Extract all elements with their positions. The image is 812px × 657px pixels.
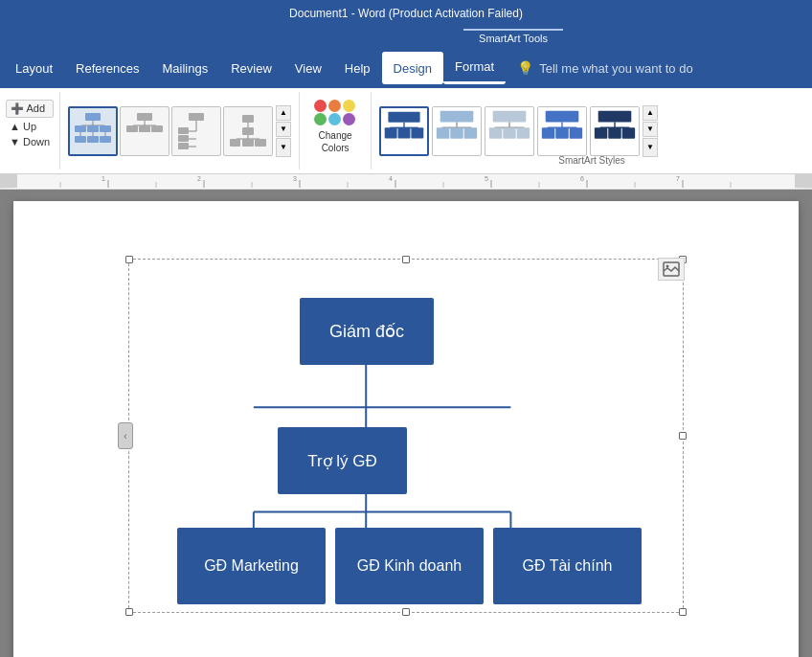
style-thumb-2[interactable] [432,106,482,156]
menu-mailings[interactable]: Mailings [151,52,220,84]
layout-thumb-4[interactable] [223,106,273,156]
ruler: 1 2 3 4 5 6 7 [0,174,812,190]
color-circles [314,100,356,125]
smartart-tools-bar: SmartArt Tools [0,27,812,48]
svg-rect-58 [598,110,632,122]
styles-scroll-down[interactable]: ▼ [643,122,658,137]
svg-rect-31 [230,139,240,147]
svg-rect-15 [126,125,138,132]
box-marketing[interactable]: GĐ Marketing [177,528,326,604]
svg-rect-50 [503,127,515,139]
handle-bottom-right[interactable] [679,608,687,616]
box-giam-doc[interactable]: Giám đốc [300,298,434,365]
panel-toggle-button[interactable]: ‹ [118,422,133,449]
style-thumb-3[interactable] [485,106,534,156]
svg-rect-49 [489,127,502,139]
handle-middle-right[interactable] [679,432,687,440]
svg-rect-39 [411,127,423,138]
handle-bottom-center[interactable] [402,608,410,616]
color-purple [343,113,355,125]
layout-thumb-3[interactable] [171,106,221,156]
svg-text:5: 5 [485,175,488,182]
layout-thumb-2[interactable] [120,106,169,156]
menu-review[interactable]: Review [219,52,283,84]
smartart-styles-section: ▲ ▼ ▼ SmartArt Styles [372,92,812,170]
up-button[interactable]: ▲ Up [6,120,54,133]
box-kinh-doanh[interactable]: GĐ Kinh doanh [335,528,484,604]
scroll-up-arrow[interactable]: ▲ [276,105,291,121]
svg-rect-57 [570,127,582,139]
style-thumb-5[interactable] [590,106,640,156]
svg-rect-56 [555,127,568,139]
lightbulb-icon: 💡 [517,60,533,76]
style-thumb-4[interactable] [537,106,587,156]
style-thumb-1[interactable] [379,106,429,156]
menu-help[interactable]: Help [333,52,382,84]
styles-scroll-up[interactable]: ▲ [643,105,658,121]
svg-rect-21 [178,127,189,134]
svg-text:6: 6 [580,175,584,182]
layout-thumb-1[interactable] [68,106,118,156]
svg-rect-0 [85,113,101,121]
color-orange [328,100,341,112]
svg-rect-61 [595,127,607,139]
menu-layout[interactable]: Layout [4,52,64,84]
menu-references[interactable]: References [64,52,150,84]
svg-text:3: 3 [293,175,297,182]
svg-rect-52 [546,110,579,122]
color-yellow [343,100,355,112]
svg-rect-18 [189,113,204,121]
color-red [314,100,327,112]
svg-rect-43 [437,127,449,139]
svg-rect-44 [450,127,462,139]
svg-rect-46 [493,110,527,122]
handle-bottom-left[interactable] [125,608,133,616]
svg-rect-17 [151,125,163,132]
ribbon-layouts-section: ▲ ▼ ▼ Layouts [60,92,300,170]
svg-rect-4 [87,125,99,132]
svg-rect-37 [385,127,397,138]
svg-rect-11 [100,136,111,143]
svg-rect-32 [242,139,254,147]
box-tro-ly[interactable]: Trợ lý GĐ [278,427,407,494]
svg-rect-28 [242,115,254,123]
title-bar-text: Document1 - Word (Product Activation Fai… [11,7,801,20]
change-colors-section: Change Colors [300,92,372,170]
tell-me-bar[interactable]: 💡 Tell me what you want to do [506,60,808,76]
svg-rect-9 [75,136,86,143]
handle-top-center[interactable] [402,256,410,263]
svg-rect-45 [464,127,477,139]
page: ‹ [13,201,799,657]
svg-rect-23 [178,135,189,142]
svg-rect-40 [440,110,474,122]
box-tai-chinh[interactable]: GĐ Tài chính [493,528,642,604]
ribbon: ➕ Add ▲ Up ▼ Down [0,88,812,174]
styles-scroll-expand[interactable]: ▼ [643,138,658,157]
add-shape-button[interactable]: ➕ Add [6,100,54,118]
layout-image-icon[interactable] [658,258,685,281]
menu-view[interactable]: View [283,52,333,84]
tab-design[interactable]: Design [382,52,443,84]
down-button[interactable]: ▼ Down [6,135,54,148]
svg-point-90 [666,265,669,268]
color-blue [328,113,341,125]
svg-rect-25 [178,143,189,149]
svg-rect-26 [242,127,254,135]
svg-rect-55 [542,127,554,139]
handle-top-left[interactable] [125,256,133,263]
change-colors-label: Change Colors [319,129,352,154]
change-colors-button[interactable]: Change Colors [307,92,363,161]
menu-bar: Layout References Mailings Review View H… [0,48,812,88]
layout-scroll: ▲ ▼ ▼ [276,105,291,157]
svg-rect-34 [388,111,419,122]
svg-rect-16 [139,125,150,132]
svg-rect-38 [398,127,411,138]
svg-text:7: 7 [676,175,680,182]
scroll-down-arrow[interactable]: ▼ [276,122,291,137]
tab-format[interactable]: Format [443,52,506,84]
scroll-expand-arrow[interactable]: ▼ [276,138,291,157]
layouts-grid [68,106,273,156]
svg-rect-65 [795,174,812,188]
svg-rect-10 [87,136,99,143]
smartart-diagram[interactable]: ‹ [128,259,684,613]
